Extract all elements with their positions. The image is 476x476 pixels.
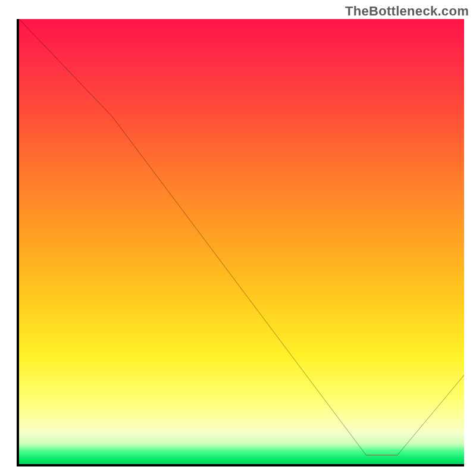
chart-svg	[19, 19, 464, 464]
bottleneck-curve-path	[19, 19, 464, 455]
chart-container: TheBottleneck.com	[0, 0, 476, 476]
watermark-text: TheBottleneck.com	[345, 4, 469, 19]
plot-area	[17, 19, 464, 466]
